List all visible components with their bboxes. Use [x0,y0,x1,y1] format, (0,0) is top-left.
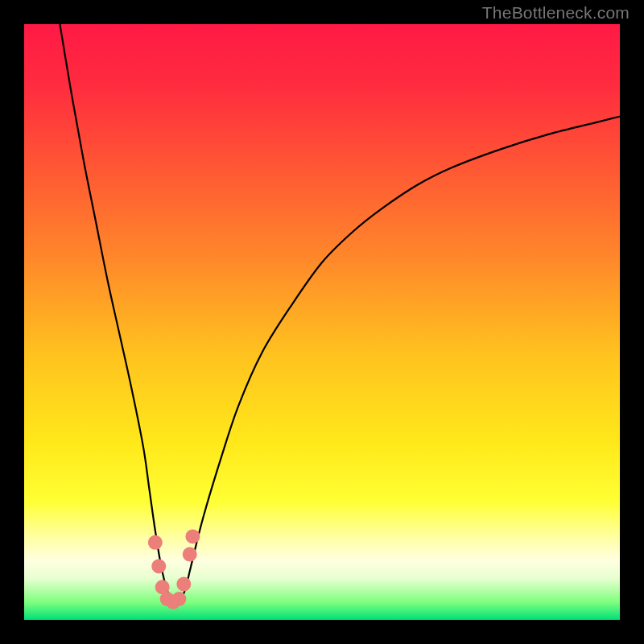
marker-dot [176,577,191,592]
gradient-background [24,24,620,620]
bottleneck-chart [24,24,620,620]
marker-dot [185,529,200,543]
marker-dot [148,535,163,550]
chart-frame: TheBottleneck.com [0,0,644,644]
plot-area [24,24,620,620]
marker-dot [151,559,166,573]
watermark-text: TheBottleneck.com [482,3,630,23]
marker-dot [183,547,197,562]
marker-dot [171,592,186,606]
